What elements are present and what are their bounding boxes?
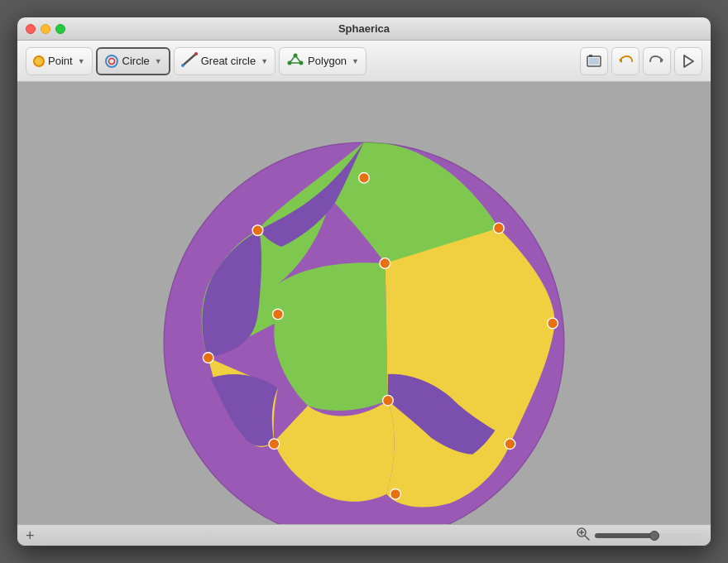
traffic-lights (26, 24, 65, 34)
polygon-label: Polygon (308, 55, 347, 67)
window-title: Sphaerica (338, 22, 390, 35)
control-point[interactable] (505, 439, 515, 450)
great-circle-icon (181, 52, 198, 70)
svg-line-24 (585, 536, 589, 540)
app-window: Sphaerica Point ▼ Circle ▼ (17, 17, 711, 546)
svg-point-1 (108, 58, 114, 64)
great-circle-label: Great circle (201, 55, 256, 67)
sphere-overlay (17, 82, 711, 524)
svg-rect-12 (589, 55, 592, 57)
svg-point-4 (194, 52, 198, 55)
maximize-button[interactable] (55, 24, 65, 34)
polygon-icon (286, 52, 304, 70)
undo-button[interactable] (611, 47, 639, 75)
point-tool-button[interactable]: Point ▼ (26, 47, 93, 75)
svg-line-2 (183, 54, 196, 65)
svg-point-0 (106, 55, 117, 67)
screenshot-button[interactable] (580, 47, 608, 75)
zoom-slider-thumb[interactable] (649, 531, 659, 541)
svg-marker-16 (684, 55, 693, 67)
add-button[interactable]: + (26, 528, 35, 543)
redo-button[interactable] (643, 47, 671, 75)
control-point[interactable] (359, 173, 370, 184)
circle-icon (104, 54, 119, 69)
zoom-control (577, 527, 702, 543)
svg-line-10 (295, 55, 301, 63)
control-point[interactable] (390, 488, 401, 499)
control-point[interactable] (252, 225, 263, 236)
control-point[interactable] (269, 439, 280, 450)
point-dropdown-arrow: ▼ (78, 57, 85, 65)
minimize-button[interactable] (41, 24, 50, 34)
point-icon (33, 55, 45, 67)
zoom-icon (577, 527, 590, 543)
circle-dropdown-arrow: ▼ (155, 57, 162, 65)
titlebar: Sphaerica (17, 17, 711, 41)
statusbar: + (17, 524, 711, 546)
zoom-slider[interactable] (595, 533, 702, 538)
play-button[interactable] (674, 47, 702, 75)
control-point[interactable] (203, 353, 213, 363)
control-point[interactable] (494, 223, 505, 233)
point-label: Point (48, 55, 73, 67)
polygon-dropdown-arrow: ▼ (352, 57, 359, 65)
control-point[interactable] (273, 309, 284, 320)
toolbar: Point ▼ Circle ▼ Great ci (17, 41, 711, 82)
control-point[interactable] (383, 395, 394, 406)
canvas-area[interactable] (17, 82, 711, 524)
close-button[interactable] (26, 24, 36, 34)
great-circle-dropdown-arrow: ▼ (261, 57, 268, 65)
polygon-tool-button[interactable]: Polygon ▼ (279, 47, 366, 75)
great-circle-tool-button[interactable]: Great circle ▼ (174, 47, 275, 75)
control-point[interactable] (548, 318, 558, 329)
circle-tool-button[interactable]: Circle ▼ (96, 47, 170, 75)
svg-line-8 (290, 55, 295, 63)
svg-rect-13 (589, 58, 599, 65)
circle-label: Circle (122, 55, 150, 67)
svg-point-3 (181, 64, 184, 67)
control-point[interactable] (380, 258, 390, 269)
